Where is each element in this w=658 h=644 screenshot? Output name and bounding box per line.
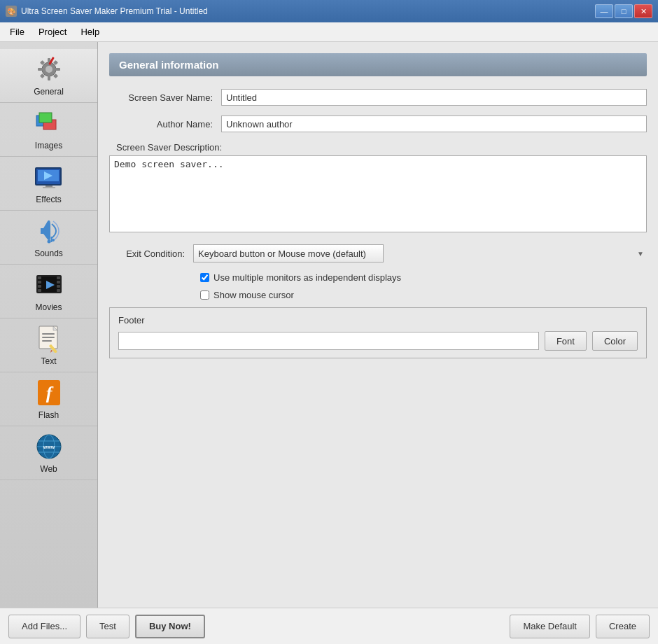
- footer-section: Footer Font Color: [109, 307, 647, 358]
- exit-select-arrow-icon: ▼: [637, 250, 644, 258]
- footer-text-input[interactable]: [118, 332, 539, 350]
- author-name-row: Author Name:: [109, 115, 647, 132]
- svg-rect-29: [38, 281, 41, 284]
- sidebar-item-movies[interactable]: Movies: [0, 265, 97, 318]
- svg-rect-39: [42, 333, 55, 335]
- sidebar-general-label: General: [34, 87, 64, 97]
- monitors-checkbox-label[interactable]: Use multiple monitors as independent dis…: [214, 272, 401, 283]
- menu-help[interactable]: Help: [74, 24, 106, 40]
- sidebar-images-label: Images: [35, 141, 62, 150]
- sidebar-item-effects[interactable]: Effects: [0, 157, 97, 211]
- sidebar: General Images: [0, 42, 98, 608]
- svg-point-23: [47, 240, 50, 244]
- svg-point-25: [52, 239, 55, 241]
- menu-project[interactable]: Project: [31, 24, 74, 40]
- exit-condition-wrapper: Keyboard button or Mouse move (default) …: [193, 244, 647, 262]
- section-title: General information: [119, 59, 219, 71]
- sidebar-item-images[interactable]: Images: [0, 103, 97, 157]
- svg-rect-4: [38, 68, 43, 71]
- maximize-button[interactable]: □: [615, 4, 633, 18]
- screen-saver-name-row: Screen Saver Name:: [109, 89, 647, 106]
- sidebar-web-label: Web: [40, 464, 57, 474]
- sidebar-movies-label: Movies: [35, 302, 62, 312]
- exit-condition-label: Exit Condition:: [109, 248, 193, 259]
- test-button[interactable]: Test: [86, 615, 130, 638]
- minimize-button[interactable]: —: [595, 4, 613, 18]
- sidebar-item-web[interactable]: www Web: [0, 426, 97, 480]
- sidebar-text-label: Text: [41, 356, 56, 366]
- cursor-checkbox-row: Show mouse cursor: [109, 290, 647, 300]
- menu-file[interactable]: File: [3, 24, 31, 40]
- effects-icon: [34, 162, 64, 192]
- section-header: General information: [109, 53, 647, 76]
- window-title: Ultra Screen Saver Maker Premium Trial -…: [21, 6, 595, 16]
- screen-saver-name-input[interactable]: [221, 89, 647, 106]
- web-icon: www: [34, 432, 64, 461]
- description-label: Screen Saver Description:: [109, 142, 647, 153]
- images-icon: [34, 108, 64, 138]
- svg-rect-31: [38, 289, 41, 292]
- flash-icon: f: [34, 378, 64, 407]
- exit-condition-select[interactable]: Keyboard button or Mouse move (default) …: [193, 244, 384, 262]
- svg-rect-20: [43, 187, 55, 188]
- svg-rect-41: [42, 340, 52, 342]
- make-default-button[interactable]: Make Default: [510, 615, 590, 638]
- color-button[interactable]: Color: [592, 331, 638, 351]
- svg-text:www: www: [42, 444, 55, 449]
- add-files-button[interactable]: Add Files...: [8, 615, 80, 638]
- buy-now-button[interactable]: Buy Now!: [135, 615, 205, 638]
- author-name-label: Author Name:: [109, 119, 221, 130]
- svg-rect-28: [38, 276, 41, 279]
- general-icon: [34, 55, 64, 84]
- menu-bar: File Project Help: [0, 22, 658, 42]
- description-textarea[interactable]: Demo screen saver...: [109, 155, 647, 232]
- sidebar-item-text[interactable]: Text: [0, 318, 97, 372]
- svg-rect-33: [57, 281, 60, 284]
- sidebar-item-general[interactable]: General: [0, 49, 97, 103]
- close-button[interactable]: ✕: [634, 4, 652, 18]
- exit-condition-row: Exit Condition: Keyboard button or Mouse…: [109, 244, 647, 262]
- main-container: General Images: [0, 42, 658, 608]
- text-icon: [34, 324, 64, 354]
- sidebar-sounds-label: Sounds: [34, 248, 63, 258]
- svg-rect-40: [42, 337, 55, 338]
- sidebar-item-flash[interactable]: f Flash: [0, 372, 97, 426]
- svg-point-1: [46, 66, 52, 73]
- svg-rect-34: [57, 285, 60, 288]
- sidebar-item-sounds[interactable]: Sounds: [0, 211, 97, 265]
- svg-rect-32: [57, 276, 60, 279]
- bottom-toolbar: Add Files... Test Buy Now! Make Default …: [0, 608, 658, 644]
- svg-rect-30: [38, 285, 41, 288]
- title-bar: 🎨 Ultra Screen Saver Maker Premium Trial…: [0, 0, 658, 22]
- movies-icon: [34, 270, 64, 300]
- sidebar-flash-label: Flash: [38, 410, 59, 420]
- svg-rect-15: [39, 113, 52, 122]
- monitors-checkbox-row: Use multiple monitors as independent dis…: [109, 272, 647, 283]
- author-name-input[interactable]: [221, 115, 647, 132]
- font-button[interactable]: Font: [545, 331, 587, 351]
- svg-rect-5: [55, 68, 60, 71]
- monitors-checkbox[interactable]: [200, 273, 209, 282]
- svg-rect-3: [48, 76, 50, 80]
- create-button[interactable]: Create: [596, 615, 650, 638]
- footer-section-inner: Font Color: [118, 331, 638, 351]
- screen-saver-name-label: Screen Saver Name:: [109, 92, 221, 103]
- window-controls: — □ ✕: [595, 4, 652, 18]
- footer-section-label: Footer: [118, 315, 638, 326]
- description-section: Screen Saver Description: Demo screen sa…: [109, 142, 647, 234]
- cursor-checkbox-label[interactable]: Show mouse cursor: [214, 290, 294, 300]
- svg-rect-35: [57, 289, 60, 292]
- sidebar-effects-label: Effects: [36, 195, 61, 204]
- svg-marker-43: [50, 350, 52, 353]
- sounds-icon: [34, 216, 64, 246]
- svg-rect-24: [50, 237, 52, 242]
- app-icon: 🎨: [6, 6, 17, 17]
- content-area: General information Screen Saver Name: A…: [98, 42, 658, 608]
- cursor-checkbox[interactable]: [200, 290, 209, 300]
